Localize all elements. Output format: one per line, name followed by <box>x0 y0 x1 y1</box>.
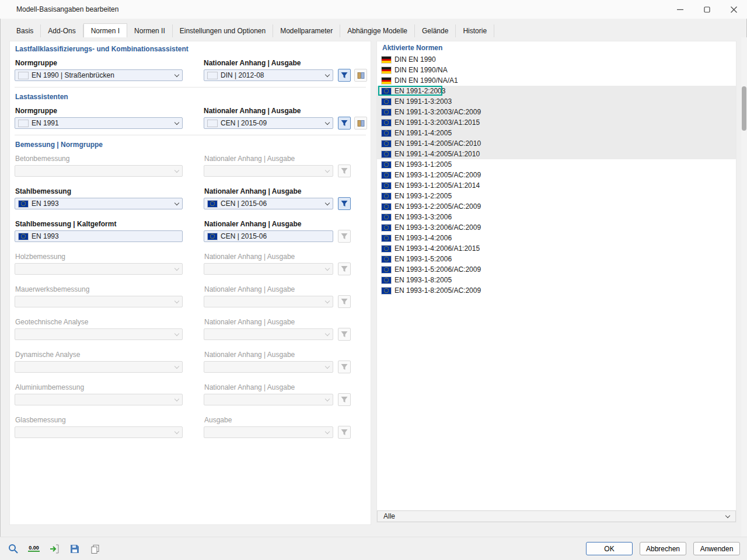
design-norm-combo[interactable] <box>15 426 183 438</box>
norm-list-item[interactable]: DIN EN 1990 <box>377 54 736 65</box>
norm-list-item[interactable]: EN 1991-1-4:2005 <box>377 128 736 138</box>
chevron-down-icon <box>325 429 330 433</box>
search-button[interactable] <box>6 542 21 556</box>
national-annex-combo[interactable]: CEN | 2015-06 <box>204 198 333 209</box>
national-annex-combo[interactable] <box>204 296 333 307</box>
norm-list-item[interactable]: EN 1993-1-5:2006/AC:2009 <box>377 264 736 275</box>
flag-icon <box>19 201 28 207</box>
national-annex-combo[interactable] <box>204 263 333 275</box>
norm-list-item[interactable]: EN 1993-1-3:2006/AC:2009 <box>377 222 736 233</box>
filter-button[interactable] <box>338 164 351 177</box>
norms-filter-combo[interactable]: Alle <box>377 510 736 522</box>
tab-abhängige-modelle[interactable]: Abhängige Modelle <box>340 24 415 37</box>
close-button[interactable] <box>720 0 747 19</box>
design-norm-combo[interactable] <box>15 263 183 275</box>
copy-button[interactable] <box>88 542 103 556</box>
ok-button[interactable]: OK <box>586 542 633 555</box>
filter-button[interactable] <box>338 360 351 373</box>
design-norm-combo[interactable]: EN 1993 <box>15 198 183 209</box>
filter-button[interactable] <box>338 262 351 275</box>
filter-button[interactable] <box>338 393 351 406</box>
loadwizard-normgruppe-combo[interactable]: EN 1991 <box>15 117 183 129</box>
tab-einstellungen-und-optionen[interactable]: Einstellungen und Optionen <box>173 24 273 37</box>
norm-list-item[interactable]: DIN EN 1990/NA/A1 <box>377 75 736 86</box>
filter-button[interactable] <box>338 69 351 82</box>
norm-list-item[interactable]: EN 1991-1-3:2003/AC:2009 <box>377 107 736 117</box>
tab-label: Modellparameter <box>280 27 333 35</box>
norm-label: EN 1993-1-5:2006/AC:2009 <box>395 265 481 274</box>
filter-button[interactable] <box>338 230 351 243</box>
norm-list-item[interactable]: EN 1993-1-8:2005 <box>377 275 736 285</box>
design-norm-combo[interactable] <box>15 296 183 307</box>
copy-icon <box>90 544 100 554</box>
units-settings-button[interactable]: 0.00 <box>26 542 41 556</box>
save-defaults-button[interactable] <box>67 542 82 556</box>
design-norm-combo[interactable] <box>15 394 183 405</box>
norm-list-item[interactable]: EN 1993-1-8:2005/AC:2009 <box>377 285 736 296</box>
norm-list-item[interactable]: EN 1993-1-2:2005/AC:2009 <box>377 201 736 212</box>
norm-library-button[interactable] <box>354 69 367 82</box>
tab-modellparameter[interactable]: Modellparameter <box>273 24 340 37</box>
scrollbar[interactable] <box>741 37 747 537</box>
norm-label: EN 1991-1-4:2005 <box>395 129 452 137</box>
maximize-button[interactable] <box>693 0 720 19</box>
norm-list-item[interactable]: EN 1993-1-2:2005 <box>377 191 736 201</box>
minimize-button[interactable] <box>666 0 693 19</box>
norm-label: EN 1993-1-8:2005 <box>395 276 452 284</box>
filter-button[interactable] <box>338 295 351 308</box>
tab-historie[interactable]: Historie <box>456 24 494 37</box>
design-discipline-label: Stahlbemessung <box>15 187 71 195</box>
norm-list-item[interactable]: EN 1993-1-3:2006 <box>377 212 736 222</box>
norm-label: DIN EN 1990/NA <box>395 66 448 74</box>
norm-list-item[interactable]: EN 1993-1-4:2006 <box>377 233 736 243</box>
filter-button[interactable] <box>338 328 351 341</box>
national-annex-combo[interactable] <box>204 165 333 177</box>
national-annex-combo[interactable] <box>204 426 333 438</box>
norm-list-item[interactable]: EN 1991-1-4:2005/A1:2010 <box>377 149 736 159</box>
norm-label: EN 1991-1-3:2003/AC:2009 <box>395 108 481 116</box>
filter-button[interactable] <box>338 197 351 210</box>
design-norm-combo[interactable] <box>15 165 183 177</box>
combination-assistant-heading: Lastfallklassifizierungs- und Kombinatio… <box>15 45 189 53</box>
norm-list-item[interactable]: EN 1993-1-5:2006 <box>377 254 736 264</box>
chevron-down-icon <box>174 200 179 205</box>
loadwizard-annex-combo[interactable]: CEN | 2015-09 <box>204 117 333 129</box>
norm-list-item[interactable]: EN 1991-1-3:2003/A1:2015 <box>377 117 736 128</box>
filter-button[interactable] <box>338 117 351 130</box>
filter-funnel-icon <box>340 298 348 306</box>
norm-list-item[interactable]: EN 1991-1-3:2003 <box>377 96 736 107</box>
national-annex-combo[interactable] <box>204 328 333 340</box>
flag-icon <box>382 120 391 126</box>
design-norm-combo[interactable] <box>15 328 183 340</box>
tab-normen-ii[interactable]: Normen II <box>127 24 173 37</box>
combination-annex-combo[interactable]: DIN | 2012-08 <box>204 69 333 81</box>
tab-normen-i[interactable]: Normen I <box>83 23 127 37</box>
cancel-button[interactable]: Abbrechen <box>640 542 686 555</box>
norm-list-item[interactable]: EN 1993-1-1:2005/A1:2014 <box>377 180 736 191</box>
national-annex-combo[interactable] <box>204 394 333 405</box>
norm-list-item[interactable]: EN 1991-1-4:2005/AC:2010 <box>377 138 736 149</box>
tab-gelände[interactable]: Gelände <box>415 24 456 37</box>
norm-list-item[interactable]: EN 1993-1-1:2005 <box>377 159 736 170</box>
norm-list-item[interactable]: DIN EN 1990/NA <box>377 65 736 75</box>
import-settings-button[interactable] <box>47 542 62 556</box>
filter-button[interactable] <box>338 426 351 439</box>
scrollbar-thumb[interactable] <box>742 86 746 131</box>
normgruppe-label: Normgruppe <box>15 59 57 67</box>
minimize-icon <box>677 6 683 13</box>
norm-list-item[interactable]: EN 1993-1-4:2006/A1:2015 <box>377 243 736 254</box>
chevron-down-icon <box>725 513 730 517</box>
norm-list-item[interactable]: EN 1993-1-1:2005/AC:2009 <box>377 170 736 180</box>
norm-list-item[interactable]: EN 1991-2:2003 <box>377 86 736 96</box>
design-norm-row: Geotechnische Analyse Nationaler Anhang … <box>10 317 371 349</box>
national-annex-combo[interactable]: CEN | 2015-06 <box>204 230 333 242</box>
tab-add-ons[interactable]: Add-Ons <box>41 24 83 37</box>
apply-button[interactable]: Anwenden <box>693 542 740 555</box>
combination-normgruppe-combo[interactable]: EN 1990 | Straßenbrücken <box>15 69 183 81</box>
national-annex-combo[interactable] <box>204 361 333 373</box>
national-annex-label: Ausgabe <box>204 416 232 424</box>
norm-library-button[interactable] <box>354 117 367 130</box>
design-norm-combo[interactable]: EN 1993 <box>15 230 183 242</box>
tab-basis[interactable]: Basis <box>9 24 41 37</box>
design-norm-combo[interactable] <box>15 361 183 373</box>
